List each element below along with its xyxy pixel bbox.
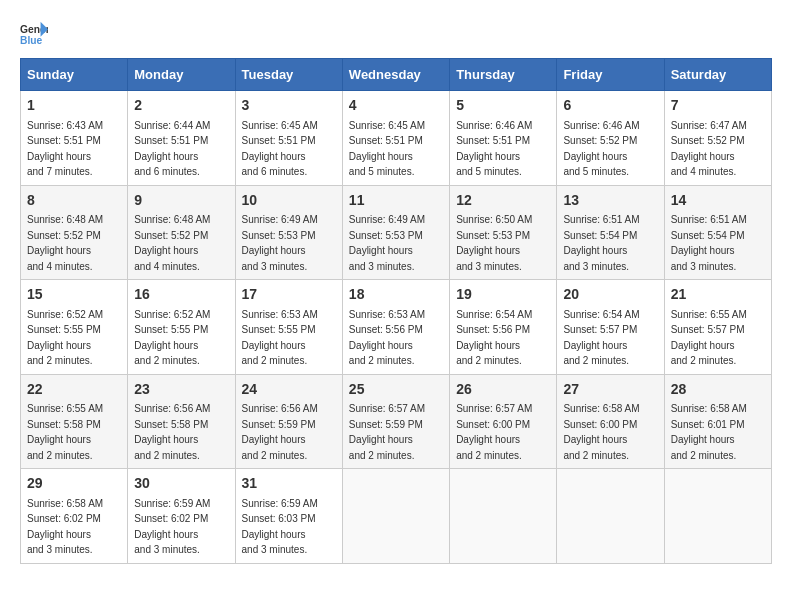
calendar-cell: 20 Sunrise: 6:54 AMSunset: 5:57 PMDaylig… xyxy=(557,280,664,375)
calendar-cell: 30 Sunrise: 6:59 AMSunset: 6:02 PMDaylig… xyxy=(128,469,235,564)
header-saturday: Saturday xyxy=(664,59,771,91)
calendar-table: SundayMondayTuesdayWednesdayThursdayFrid… xyxy=(20,58,772,564)
logo-icon: General Blue xyxy=(20,20,48,48)
header-row: SundayMondayTuesdayWednesdayThursdayFrid… xyxy=(21,59,772,91)
day-info: Sunrise: 6:48 AMSunset: 5:52 PMDaylight … xyxy=(134,214,210,272)
day-number: 27 xyxy=(563,380,657,400)
calendar-cell: 22 Sunrise: 6:55 AMSunset: 5:58 PMDaylig… xyxy=(21,374,128,469)
calendar-cell: 21 Sunrise: 6:55 AMSunset: 5:57 PMDaylig… xyxy=(664,280,771,375)
day-number: 28 xyxy=(671,380,765,400)
day-number: 2 xyxy=(134,96,228,116)
day-info: Sunrise: 6:50 AMSunset: 5:53 PMDaylight … xyxy=(456,214,532,272)
calendar-cell: 3 Sunrise: 6:45 AMSunset: 5:51 PMDayligh… xyxy=(235,91,342,186)
day-info: Sunrise: 6:51 AMSunset: 5:54 PMDaylight … xyxy=(671,214,747,272)
day-number: 16 xyxy=(134,285,228,305)
day-info: Sunrise: 6:53 AMSunset: 5:56 PMDaylight … xyxy=(349,309,425,367)
calendar-cell: 7 Sunrise: 6:47 AMSunset: 5:52 PMDayligh… xyxy=(664,91,771,186)
calendar-cell: 6 Sunrise: 6:46 AMSunset: 5:52 PMDayligh… xyxy=(557,91,664,186)
day-info: Sunrise: 6:45 AMSunset: 5:51 PMDaylight … xyxy=(349,120,425,178)
calendar-cell: 27 Sunrise: 6:58 AMSunset: 6:00 PMDaylig… xyxy=(557,374,664,469)
day-number: 15 xyxy=(27,285,121,305)
day-info: Sunrise: 6:56 AMSunset: 5:59 PMDaylight … xyxy=(242,403,318,461)
calendar-cell xyxy=(450,469,557,564)
calendar-cell: 28 Sunrise: 6:58 AMSunset: 6:01 PMDaylig… xyxy=(664,374,771,469)
day-number: 6 xyxy=(563,96,657,116)
day-info: Sunrise: 6:43 AMSunset: 5:51 PMDaylight … xyxy=(27,120,103,178)
calendar-cell: 8 Sunrise: 6:48 AMSunset: 5:52 PMDayligh… xyxy=(21,185,128,280)
day-number: 10 xyxy=(242,191,336,211)
day-info: Sunrise: 6:51 AMSunset: 5:54 PMDaylight … xyxy=(563,214,639,272)
logo: General Blue xyxy=(20,20,48,48)
calendar-cell: 13 Sunrise: 6:51 AMSunset: 5:54 PMDaylig… xyxy=(557,185,664,280)
day-info: Sunrise: 6:47 AMSunset: 5:52 PMDaylight … xyxy=(671,120,747,178)
week-row-4: 22 Sunrise: 6:55 AMSunset: 5:58 PMDaylig… xyxy=(21,374,772,469)
header-thursday: Thursday xyxy=(450,59,557,91)
calendar-cell: 9 Sunrise: 6:48 AMSunset: 5:52 PMDayligh… xyxy=(128,185,235,280)
calendar-cell: 1 Sunrise: 6:43 AMSunset: 5:51 PMDayligh… xyxy=(21,91,128,186)
svg-text:Blue: Blue xyxy=(20,35,43,46)
day-number: 5 xyxy=(456,96,550,116)
day-info: Sunrise: 6:54 AMSunset: 5:56 PMDaylight … xyxy=(456,309,532,367)
calendar-cell xyxy=(557,469,664,564)
week-row-5: 29 Sunrise: 6:58 AMSunset: 6:02 PMDaylig… xyxy=(21,469,772,564)
day-number: 24 xyxy=(242,380,336,400)
day-number: 13 xyxy=(563,191,657,211)
calendar-cell: 11 Sunrise: 6:49 AMSunset: 5:53 PMDaylig… xyxy=(342,185,449,280)
calendar-cell: 12 Sunrise: 6:50 AMSunset: 5:53 PMDaylig… xyxy=(450,185,557,280)
day-info: Sunrise: 6:45 AMSunset: 5:51 PMDaylight … xyxy=(242,120,318,178)
day-info: Sunrise: 6:58 AMSunset: 6:01 PMDaylight … xyxy=(671,403,747,461)
day-info: Sunrise: 6:55 AMSunset: 5:57 PMDaylight … xyxy=(671,309,747,367)
day-info: Sunrise: 6:59 AMSunset: 6:03 PMDaylight … xyxy=(242,498,318,556)
day-number: 12 xyxy=(456,191,550,211)
day-info: Sunrise: 6:56 AMSunset: 5:58 PMDaylight … xyxy=(134,403,210,461)
day-info: Sunrise: 6:58 AMSunset: 6:00 PMDaylight … xyxy=(563,403,639,461)
day-info: Sunrise: 6:54 AMSunset: 5:57 PMDaylight … xyxy=(563,309,639,367)
day-number: 26 xyxy=(456,380,550,400)
header: General Blue xyxy=(20,20,772,48)
day-info: Sunrise: 6:49 AMSunset: 5:53 PMDaylight … xyxy=(242,214,318,272)
calendar-cell: 2 Sunrise: 6:44 AMSunset: 5:51 PMDayligh… xyxy=(128,91,235,186)
calendar-cell: 26 Sunrise: 6:57 AMSunset: 6:00 PMDaylig… xyxy=(450,374,557,469)
day-info: Sunrise: 6:48 AMSunset: 5:52 PMDaylight … xyxy=(27,214,103,272)
day-info: Sunrise: 6:52 AMSunset: 5:55 PMDaylight … xyxy=(27,309,103,367)
week-row-3: 15 Sunrise: 6:52 AMSunset: 5:55 PMDaylig… xyxy=(21,280,772,375)
calendar-cell: 29 Sunrise: 6:58 AMSunset: 6:02 PMDaylig… xyxy=(21,469,128,564)
header-tuesday: Tuesday xyxy=(235,59,342,91)
calendar-cell xyxy=(342,469,449,564)
header-wednesday: Wednesday xyxy=(342,59,449,91)
week-row-1: 1 Sunrise: 6:43 AMSunset: 5:51 PMDayligh… xyxy=(21,91,772,186)
day-number: 20 xyxy=(563,285,657,305)
day-number: 30 xyxy=(134,474,228,494)
day-number: 14 xyxy=(671,191,765,211)
calendar-cell xyxy=(664,469,771,564)
day-info: Sunrise: 6:46 AMSunset: 5:52 PMDaylight … xyxy=(563,120,639,178)
day-number: 4 xyxy=(349,96,443,116)
day-number: 31 xyxy=(242,474,336,494)
day-number: 3 xyxy=(242,96,336,116)
day-number: 19 xyxy=(456,285,550,305)
day-info: Sunrise: 6:49 AMSunset: 5:53 PMDaylight … xyxy=(349,214,425,272)
day-info: Sunrise: 6:57 AMSunset: 5:59 PMDaylight … xyxy=(349,403,425,461)
calendar-cell: 4 Sunrise: 6:45 AMSunset: 5:51 PMDayligh… xyxy=(342,91,449,186)
day-info: Sunrise: 6:53 AMSunset: 5:55 PMDaylight … xyxy=(242,309,318,367)
day-number: 11 xyxy=(349,191,443,211)
day-number: 21 xyxy=(671,285,765,305)
calendar-cell: 31 Sunrise: 6:59 AMSunset: 6:03 PMDaylig… xyxy=(235,469,342,564)
day-number: 9 xyxy=(134,191,228,211)
day-info: Sunrise: 6:57 AMSunset: 6:00 PMDaylight … xyxy=(456,403,532,461)
day-number: 29 xyxy=(27,474,121,494)
calendar-cell: 16 Sunrise: 6:52 AMSunset: 5:55 PMDaylig… xyxy=(128,280,235,375)
day-info: Sunrise: 6:55 AMSunset: 5:58 PMDaylight … xyxy=(27,403,103,461)
day-number: 7 xyxy=(671,96,765,116)
day-info: Sunrise: 6:59 AMSunset: 6:02 PMDaylight … xyxy=(134,498,210,556)
calendar-cell: 15 Sunrise: 6:52 AMSunset: 5:55 PMDaylig… xyxy=(21,280,128,375)
day-info: Sunrise: 6:46 AMSunset: 5:51 PMDaylight … xyxy=(456,120,532,178)
calendar-cell: 18 Sunrise: 6:53 AMSunset: 5:56 PMDaylig… xyxy=(342,280,449,375)
day-number: 22 xyxy=(27,380,121,400)
calendar-cell: 25 Sunrise: 6:57 AMSunset: 5:59 PMDaylig… xyxy=(342,374,449,469)
day-info: Sunrise: 6:44 AMSunset: 5:51 PMDaylight … xyxy=(134,120,210,178)
week-row-2: 8 Sunrise: 6:48 AMSunset: 5:52 PMDayligh… xyxy=(21,185,772,280)
day-number: 18 xyxy=(349,285,443,305)
day-info: Sunrise: 6:52 AMSunset: 5:55 PMDaylight … xyxy=(134,309,210,367)
calendar-cell: 14 Sunrise: 6:51 AMSunset: 5:54 PMDaylig… xyxy=(664,185,771,280)
